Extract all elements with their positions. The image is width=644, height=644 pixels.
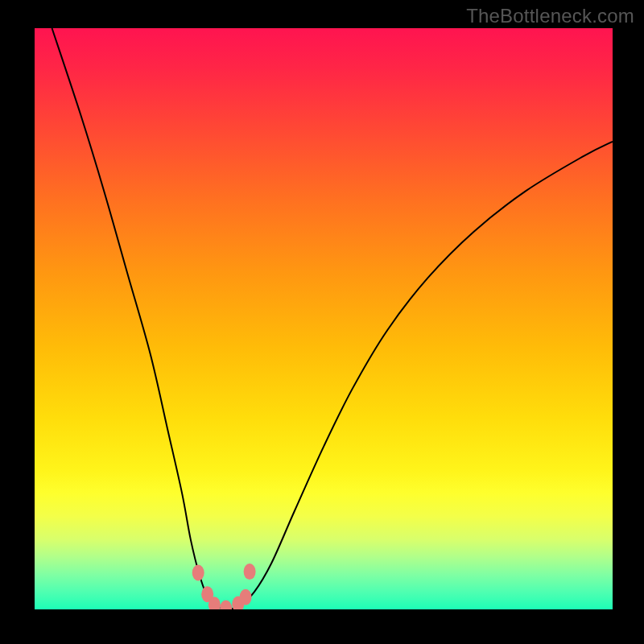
curve-layer [35, 28, 613, 609]
data-marker [192, 565, 204, 581]
chart-container: { "watermark": "TheBottleneck.com", "cha… [0, 0, 644, 644]
data-marker [244, 564, 256, 580]
plot-area [35, 28, 613, 609]
data-marker [240, 589, 252, 605]
watermark-text: TheBottleneck.com [466, 5, 634, 27]
bottleneck-curve [52, 28, 613, 609]
data-marker [220, 601, 232, 609]
marker-group [192, 564, 256, 609]
